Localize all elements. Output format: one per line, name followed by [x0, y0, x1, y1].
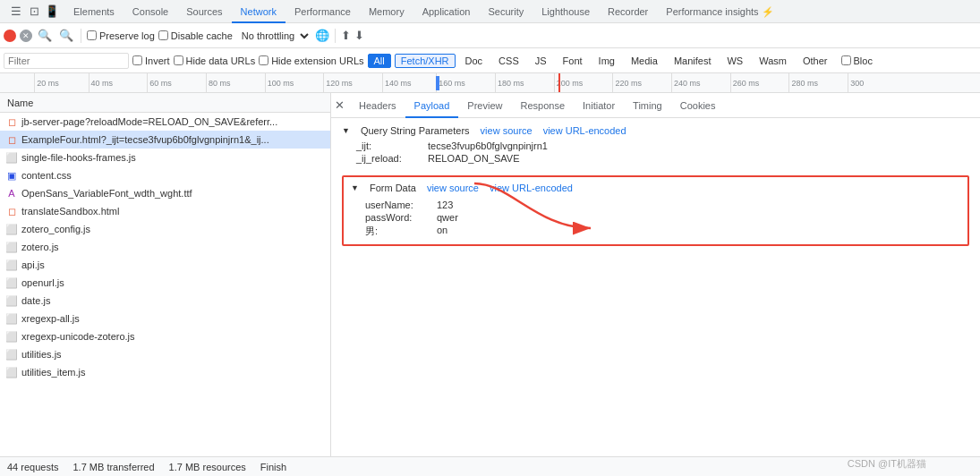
form-data-section: ▼ Form Data view source view URL-encoded… [342, 175, 969, 246]
tick-180ms: 180 ms [495, 73, 524, 92]
tick-240ms: 240 ms [671, 73, 701, 92]
list-item[interactable]: ⬜ zotero_config.js [0, 220, 330, 238]
tab-memory[interactable]: Memory [360, 0, 413, 23]
tick-280ms: 280 ms [788, 73, 818, 92]
list-item[interactable]: ⬜ xregexp-all.js [0, 310, 330, 327]
form-view-source-link[interactable]: view source [427, 183, 479, 193]
collapse-icon[interactable]: ▼ [342, 126, 350, 135]
view-url-encoded-link[interactable]: view URL-encoded [543, 125, 626, 136]
view-source-link[interactable]: view source [481, 125, 533, 136]
preserve-log-checkbox[interactable]: Preserve log [87, 30, 155, 41]
js-icon: ⬜ [5, 276, 18, 289]
tab-lighthouse[interactable]: Lighthouse [533, 0, 599, 23]
list-item[interactable]: ◻ translateSandbox.html [0, 202, 330, 220]
throttle-select[interactable]: No throttling [236, 30, 311, 42]
collapse-icon[interactable]: ▼ [351, 183, 359, 192]
upload-icon[interactable]: 🌐 [315, 29, 329, 42]
filter-img[interactable]: Img [592, 54, 621, 68]
tab-elements[interactable]: Elements [64, 0, 124, 23]
form-param-key: userName: [365, 200, 437, 210]
tab-response[interactable]: Response [511, 93, 574, 118]
tab-payload[interactable]: Payload [405, 93, 459, 118]
tab-perf-insights[interactable]: Performance insights ⚡ [657, 0, 782, 23]
tab-security[interactable]: Security [479, 0, 533, 23]
file-name: xregexp-all.js [21, 313, 325, 324]
tab-headers[interactable]: Headers [350, 93, 405, 118]
list-item[interactable]: ⬜ utilities_item.js [0, 363, 330, 381]
js-icon: ⬜ [5, 223, 18, 235]
list-item[interactable]: ⬜ openurl.js [0, 274, 330, 292]
list-item[interactable]: ◻ ExampleFour.html?_ijt=tecse3fvup6b0fgl… [0, 131, 330, 149]
clear-button[interactable]: ✕ [20, 30, 32, 42]
devtools-icons: ☰ ⊡ 📱 [4, 3, 64, 21]
list-item[interactable]: ⬜ date.js [0, 292, 330, 310]
list-item[interactable]: ▣ content.css [0, 166, 330, 184]
tick-300: 300 [848, 73, 864, 92]
js-icon: ⬜ [5, 366, 18, 378]
list-item[interactable]: ⬜ xregexp-unicode-zotero.js [0, 327, 330, 345]
tab-initiator[interactable]: Initiator [574, 93, 624, 118]
tab-console[interactable]: Console [124, 0, 177, 23]
form-view-url-encoded-link[interactable]: view URL-encoded [490, 183, 573, 193]
record-button[interactable] [4, 30, 16, 42]
close-panel-button[interactable]: ✕ [335, 98, 345, 112]
inspect-icon[interactable]: ⊡ [25, 3, 43, 21]
query-string-header: ▼ Query String Parameters view source vi… [342, 125, 969, 136]
filter-all[interactable]: All [368, 54, 391, 68]
list-item[interactable]: A OpenSans_VariableFont_wdth_wght.ttf [0, 184, 330, 202]
tick-120ms: 120 ms [323, 73, 353, 92]
filter-fetch-xhr[interactable]: Fetch/XHR [395, 54, 456, 68]
filter-js[interactable]: JS [529, 54, 553, 68]
filter-media[interactable]: Media [625, 54, 664, 68]
tab-recorder[interactable]: Recorder [599, 0, 657, 23]
file-name: content.css [21, 170, 325, 181]
list-item[interactable]: ⬜ single-file-hooks-frames.js [0, 149, 330, 166]
finish-status: Finish [260, 462, 286, 472]
list-item[interactable]: ⬜ zotero.js [0, 238, 330, 256]
tab-cookies[interactable]: Cookies [671, 93, 725, 118]
disable-cache-checkbox[interactable]: Disable cache [158, 30, 233, 41]
doc-icon: ◻ [5, 133, 18, 146]
param-value: tecse3fvup6b0fglvgnpinjrn1 [428, 140, 548, 151]
hide-data-urls-checkbox[interactable]: Hide data URLs [174, 55, 256, 66]
filter-manifest[interactable]: Manifest [668, 54, 718, 68]
filter-doc[interactable]: Doc [459, 54, 490, 68]
param-key: _ij_reload: [356, 153, 428, 164]
filter-other[interactable]: Other [797, 54, 834, 68]
import-icon[interactable]: ⬆ [341, 29, 351, 42]
list-item[interactable]: ⬜ utilities.js [0, 345, 330, 363]
tab-network[interactable]: Network [232, 0, 285, 23]
menu-icon[interactable]: ☰ [7, 3, 25, 21]
form-param-password: passWord: qwer [351, 211, 960, 224]
form-param-key: passWord: [365, 212, 437, 223]
tab-performance[interactable]: Performance [285, 0, 360, 23]
tab-sources[interactable]: Sources [177, 0, 231, 23]
sub-tabs: ✕ Headers Payload Preview Response Initi… [331, 93, 980, 118]
tab-application[interactable]: Application [413, 0, 480, 23]
export-icon[interactable]: ⬇ [354, 29, 364, 42]
filter-font[interactable]: Font [557, 54, 589, 68]
tab-timing[interactable]: Timing [624, 93, 671, 118]
tick-20ms: 20 ms [34, 73, 59, 92]
filter-icon[interactable]: 🔍 [36, 27, 54, 44]
filter-wasm[interactable]: Wasm [753, 54, 793, 68]
search-icon[interactable]: 🔍 [57, 27, 75, 44]
filter-input[interactable] [4, 53, 129, 69]
invert-checkbox[interactable]: Invert [132, 55, 170, 66]
filter-ws[interactable]: WS [720, 54, 749, 68]
file-name: jb-server-page?reloadMode=RELOAD_ON_SAVE… [21, 116, 325, 127]
form-param-username: userName: 123 [351, 199, 960, 211]
form-param-gender: 男: on [351, 224, 960, 239]
bloc-checkbox[interactable]: Bloc [841, 55, 873, 66]
js-icon: ⬜ [5, 348, 18, 361]
file-name: zotero_config.js [21, 224, 325, 234]
list-item[interactable]: ◻ jb-server-page?reloadMode=RELOAD_ON_SA… [0, 113, 330, 131]
filter-css[interactable]: CSS [492, 54, 525, 68]
main-area: Name ◻ jb-server-page?reloadMode=RELOAD_… [0, 93, 980, 456]
tab-preview[interactable]: Preview [458, 93, 511, 118]
file-name: single-file-hooks-frames.js [21, 152, 325, 163]
file-name: xregexp-unicode-zotero.js [21, 331, 325, 342]
list-item[interactable]: ⬜ api.js [0, 256, 330, 274]
hide-ext-urls-checkbox[interactable]: Hide extension URLs [259, 55, 363, 66]
device-icon[interactable]: 📱 [43, 3, 61, 21]
